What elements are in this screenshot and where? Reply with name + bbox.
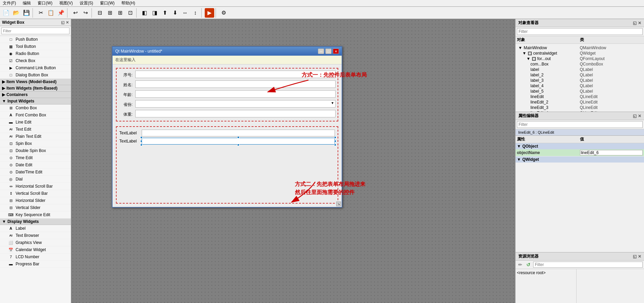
res-browser-float-btn[interactable]: ◱ (633, 254, 637, 259)
obj-row-label[interactable]: label QLabel (517, 67, 643, 72)
widget-item-graphics-view[interactable]: ⬜ Graphics View (0, 239, 71, 246)
canvas-area[interactable]: Qt MainWindow - untitled* ─ □ ✕ 在这里输入 序号… (71, 19, 515, 303)
obj-row-label5[interactable]: label_5 QLabel (517, 89, 643, 94)
align-left-button[interactable]: ◧ (140, 8, 149, 18)
widget-item-dial[interactable]: ◎ Dial (0, 176, 71, 183)
obj-inspector-close-btn[interactable]: ✕ (638, 21, 641, 25)
paste-button[interactable]: 📌 (56, 8, 66, 18)
cut-button[interactable]: ✂ (36, 8, 45, 18)
resize-tl[interactable] (140, 136, 142, 138)
obj-row-lineedit4[interactable]: lineEdit_4 QLineEdit (517, 110, 643, 112)
widget-item-time-edit[interactable]: ⊙ Time Edit (0, 154, 71, 162)
obj-inspector-float-btn[interactable]: ◱ (633, 21, 637, 25)
resize-top-mid[interactable] (237, 136, 239, 138)
menu-window2[interactable]: 窗口(W) (99, 0, 116, 7)
align-right-button[interactable]: ◨ (150, 8, 159, 18)
widget-item-dialog-button[interactable]: □ Dialog Button Box (0, 72, 71, 79)
new-button[interactable]: 📄 (1, 8, 11, 18)
widget-item-v-slider[interactable]: ⊟ Vertical Slider (0, 204, 71, 211)
resource-tree[interactable]: <resource root> (516, 269, 577, 303)
expand-forout[interactable]: ▼ (526, 56, 530, 61)
category-containers[interactable]: ▶ Containers (0, 92, 71, 98)
prop-section-qobject[interactable]: ▼ QObject (516, 143, 644, 149)
preview-button[interactable]: ▶ (205, 8, 214, 18)
align-center-h-button[interactable]: ↔ (180, 8, 190, 18)
res-refresh-btn[interactable]: ↺ (525, 261, 532, 268)
settings-button[interactable]: ⚙ (219, 8, 228, 18)
widget-item-double-spin-box[interactable]: ⊡ Double Spin Box (0, 147, 71, 154)
qt-maximize-button[interactable]: □ (325, 49, 331, 54)
widget-item-datetime-edit[interactable]: ⊙ Date/Time Edit (0, 169, 71, 176)
widget-item-text-edit[interactable]: AI Text Edit (0, 126, 71, 133)
widget-item-tool-button[interactable]: ▦ Tool Button (0, 43, 71, 50)
menu-settings[interactable]: 设置(S) (78, 0, 95, 7)
category-display-widgets[interactable]: ▼ Display Widgets (0, 219, 71, 225)
resize-bottom-mid[interactable] (237, 144, 239, 146)
widget-item-push-button[interactable]: □ Push Button (0, 36, 71, 43)
obj-row-combobox[interactable]: com...Box QComboBox (517, 61, 643, 67)
layout-v-button[interactable]: ⊞ (105, 8, 115, 18)
widget-box-float-btn[interactable]: ◱ (61, 20, 64, 25)
widget-item-key-seq-edit[interactable]: ⌨ Key Sequence Edit (0, 211, 71, 219)
menu-file[interactable]: 文件(F) (1, 0, 17, 7)
menu-window[interactable]: 窗口(W) (36, 0, 54, 7)
widget-item-label[interactable]: A Label (0, 225, 71, 232)
obj-row-centralwidget[interactable]: ▼ 🔲 centralwidget QWidget (517, 51, 643, 56)
category-item-widgets[interactable]: ▶ Item Widgets (Item-Based) (0, 85, 71, 92)
input-tizhong[interactable] (135, 110, 336, 117)
widget-filter-input[interactable] (1, 27, 69, 34)
prop-section-qwidget[interactable]: ▼ QWidget (516, 156, 644, 163)
widget-item-radio-button[interactable]: ◉ Radio Button (0, 50, 71, 57)
widget-item-text-browser[interactable]: AI Text Browser (0, 232, 71, 239)
expand-mainwindow[interactable]: ▼ (518, 45, 522, 50)
obj-row-lineedit3[interactable]: lineEdit_3 QLineEdit (517, 105, 643, 110)
copy-button[interactable]: 📋 (46, 8, 56, 18)
input-xingming[interactable] (135, 80, 336, 88)
select-shengfen[interactable] (135, 100, 336, 108)
widget-item-h-scroll[interactable]: ⇔ Horizontal Scroll Bar (0, 183, 71, 190)
menu-help[interactable]: 帮助(H) (120, 0, 137, 7)
obj-row-label2[interactable]: label_2 QLabel (517, 72, 643, 78)
category-item-views[interactable]: ▶ Item Views (Model-Based) (0, 79, 71, 85)
save-button[interactable]: 💾 (22, 8, 31, 18)
prop-objectname-value[interactable]: lineEdit_6 (580, 150, 643, 155)
open-button[interactable]: 📂 (12, 8, 21, 18)
break-layout-button[interactable]: ⊡ (125, 8, 135, 18)
layout-grid-button[interactable]: ⊞ (115, 8, 125, 18)
widget-item-lcd-number[interactable]: 7 LCD Number (0, 253, 71, 261)
widget-item-font-combo-box[interactable]: A Font Combo Box (0, 112, 71, 119)
widget-item-v-scroll[interactable]: ⇕ Vertical Scroll Bar (0, 190, 71, 197)
widget-item-calendar[interactable]: 📅 Calendar Widget (0, 246, 71, 253)
widget-item-h-slider[interactable]: ⊟ Horizontal Slider (0, 197, 71, 204)
widget-item-date-edit[interactable]: ⊙ Date Edit (0, 162, 71, 169)
resize-bl[interactable] (140, 144, 142, 146)
obj-row-label4[interactable]: label_4 QLabel (517, 83, 643, 89)
widget-item-combo-box[interactable]: ⊞ Combo Box (0, 105, 71, 112)
prop-editor-close-btn[interactable]: ✕ (638, 114, 641, 118)
res-edit-btn[interactable]: ✏ (517, 261, 524, 268)
align-bottom-button[interactable]: ⬇ (170, 8, 180, 18)
qt-designer-window[interactable]: Qt MainWindow - untitled* ─ □ ✕ 在这里输入 序号… (112, 46, 342, 208)
widget-item-plain-text-edit[interactable]: AI Plain Text Edit (0, 133, 71, 140)
expand-centralwidget[interactable]: ▼ (522, 51, 526, 56)
prop-editor-float-btn[interactable]: ◱ (633, 114, 637, 118)
widget-item-progress-bar[interactable]: ▬ Progress Bar (0, 261, 71, 268)
object-inspector-filter-input[interactable] (517, 28, 643, 35)
res-browser-close-btn[interactable]: ✕ (638, 254, 641, 259)
widget-item-command-link[interactable]: ▶ Command Link Button (0, 64, 71, 72)
obj-row-lineedit2[interactable]: lineEdit_2 QLineEdit (517, 99, 643, 105)
redo-button[interactable]: ↪ (81, 8, 90, 18)
obj-row-forout[interactable]: ▼ 🔲 for...out QFormLayout (517, 56, 643, 61)
category-input-widgets[interactable]: ▼ Input Widgets (0, 98, 71, 105)
widget-item-line-edit[interactable]: ▬ Line Edit (0, 119, 71, 126)
resize-left-mid[interactable] (140, 140, 142, 142)
obj-row-lineedit[interactable]: lineEdit QLineEdit (517, 94, 643, 99)
qt-close-button[interactable]: ✕ (333, 49, 339, 54)
qt-minimize-button[interactable]: ─ (318, 49, 324, 54)
input-nianling[interactable] (135, 90, 336, 98)
resize-tr[interactable] (334, 136, 336, 138)
widget-item-check-box[interactable]: ☑ Check Box (0, 57, 71, 64)
input-xuhao[interactable] (135, 71, 336, 78)
widget-box-close-btn[interactable]: ✕ (66, 20, 69, 25)
inner-input-2-selected[interactable] (142, 138, 335, 145)
